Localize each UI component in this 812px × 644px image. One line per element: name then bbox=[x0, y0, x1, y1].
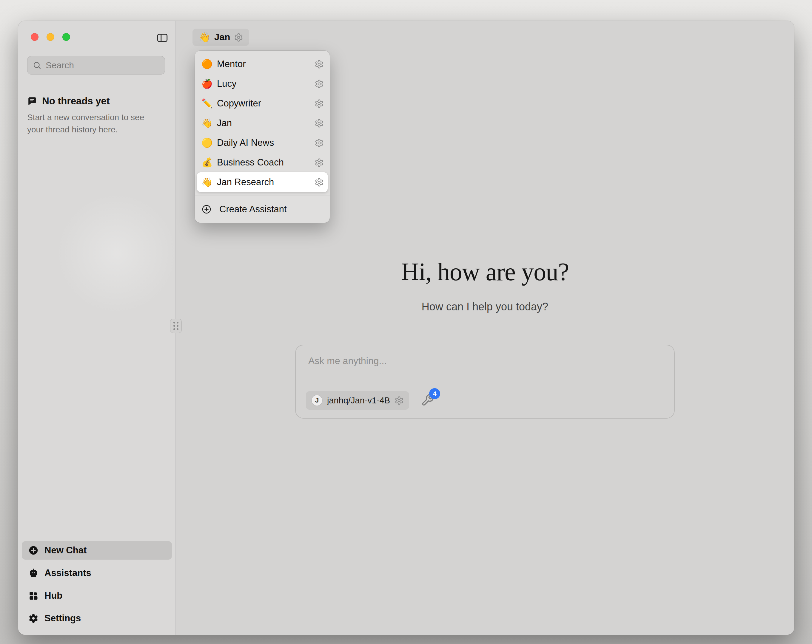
assistant-item-emoji: 🍎 bbox=[201, 79, 215, 88]
assistant-item-emoji: 👋 bbox=[201, 178, 215, 187]
plus-circle-icon bbox=[201, 204, 212, 215]
assistant-name: Jan bbox=[214, 32, 230, 43]
assistant-menu-item-lucy[interactable]: 🍎 Lucy bbox=[195, 74, 330, 94]
desktop-background: No threads yet Start a new conversation … bbox=[0, 0, 812, 644]
assistant-item-emoji: 💰 bbox=[201, 158, 215, 167]
search-icon bbox=[32, 61, 41, 70]
empty-state-subtitle: Start a new conversation to see your thr… bbox=[27, 111, 156, 135]
window-controls bbox=[31, 33, 70, 41]
plus-circle-icon bbox=[28, 545, 38, 556]
greeting-title: Hi, how are you? bbox=[176, 259, 794, 285]
greeting-subtitle: How can I help you today? bbox=[176, 300, 794, 313]
gear-icon[interactable] bbox=[314, 79, 324, 88]
gear-icon[interactable] bbox=[314, 178, 324, 187]
model-settings-gear-icon[interactable] bbox=[394, 396, 404, 405]
assistant-menu-item-business-coach[interactable]: 💰 Business Coach bbox=[195, 153, 330, 172]
assistant-item-label: Daily AI News bbox=[217, 137, 312, 148]
sidebar-toggle-button[interactable] bbox=[156, 32, 169, 44]
zoom-button[interactable] bbox=[63, 33, 70, 41]
sidebar-item-assistants[interactable]: Assistants bbox=[22, 564, 172, 582]
new-chat-button[interactable]: New Chat bbox=[22, 541, 172, 560]
search-box[interactable] bbox=[27, 56, 165, 75]
assistant-menu-item-daily-ai-news[interactable]: 🟡 Daily AI News bbox=[195, 133, 330, 153]
model-avatar: J bbox=[311, 395, 323, 406]
assistant-item-emoji: 🟠 bbox=[201, 59, 215, 69]
assistant-item-emoji: ✏️ bbox=[201, 99, 215, 108]
assistant-item-emoji: 👋 bbox=[201, 119, 215, 128]
assistant-item-label: Jan bbox=[217, 118, 312, 128]
main-chat-area: 👋 Jan 🟠 Mentor 🍎 Lucy ✏️ Copywriter bbox=[176, 21, 794, 635]
assistant-item-label: Lucy bbox=[217, 78, 312, 89]
assistant-menu-item-mentor[interactable]: 🟠 Mentor bbox=[195, 54, 330, 74]
assistant-emoji: 👋 bbox=[198, 32, 211, 42]
create-assistant-label: Create Assistant bbox=[219, 204, 324, 215]
assistant-item-emoji: 🟡 bbox=[201, 139, 215, 147]
threads-empty-state: No threads yet Start a new conversation … bbox=[27, 95, 162, 135]
sidebar-resize-handle[interactable] bbox=[170, 319, 182, 333]
thread-bubble-icon bbox=[27, 96, 37, 106]
gear-icon[interactable] bbox=[314, 119, 324, 128]
composer[interactable]: J janhq/Jan-v1-4B 4 bbox=[295, 345, 675, 419]
assistant-menu-item-jan[interactable]: 👋 Jan bbox=[195, 113, 330, 133]
gear-icon[interactable] bbox=[314, 59, 324, 69]
greeting: Hi, how are you? How can I help you toda… bbox=[176, 259, 794, 313]
settings-gear-icon bbox=[28, 613, 38, 623]
chat-input[interactable] bbox=[308, 355, 662, 376]
nav-label: Assistants bbox=[44, 568, 91, 579]
composer-toolbar: J janhq/Jan-v1-4B 4 bbox=[306, 391, 435, 410]
app-window: No threads yet Start a new conversation … bbox=[18, 21, 794, 635]
sidebar: No threads yet Start a new conversation … bbox=[18, 21, 176, 635]
assistant-menu-item-copywriter[interactable]: ✏️ Copywriter bbox=[195, 94, 330, 113]
nav-label: Hub bbox=[44, 590, 63, 601]
assistant-item-label: Copywriter bbox=[217, 98, 312, 109]
assistant-item-label: Business Coach bbox=[217, 157, 312, 168]
assistants-icon bbox=[28, 568, 38, 578]
close-button[interactable] bbox=[31, 33, 38, 41]
model-name: janhq/Jan-v1-4B bbox=[327, 396, 390, 405]
create-assistant-button[interactable]: Create Assistant bbox=[195, 199, 330, 219]
nav-label: New Chat bbox=[44, 545, 87, 556]
tools-count-badge: 4 bbox=[429, 388, 440, 399]
assistant-menu-item-jan-research[interactable]: 👋 Jan Research bbox=[197, 172, 328, 192]
assistant-dropdown-menu: 🟠 Mentor 🍎 Lucy ✏️ Copywriter 👋 Jan bbox=[195, 51, 330, 223]
search-input[interactable] bbox=[46, 60, 160, 70]
sidebar-toggle-icon bbox=[156, 32, 169, 44]
assistant-settings-gear-icon[interactable] bbox=[234, 33, 243, 42]
empty-state-title: No threads yet bbox=[42, 95, 110, 107]
gear-icon[interactable] bbox=[314, 99, 324, 108]
assistant-item-label: Jan Research bbox=[217, 177, 312, 187]
minimize-button[interactable] bbox=[47, 33, 54, 41]
sidebar-nav: New Chat Assistants Hub Settings bbox=[22, 541, 172, 627]
assistant-selector[interactable]: 👋 Jan bbox=[192, 29, 249, 46]
hub-icon bbox=[28, 591, 38, 601]
gear-icon[interactable] bbox=[314, 139, 324, 148]
nav-label: Settings bbox=[44, 613, 81, 624]
model-selector[interactable]: J janhq/Jan-v1-4B bbox=[306, 391, 409, 410]
sidebar-item-settings[interactable]: Settings bbox=[22, 609, 172, 627]
gear-icon[interactable] bbox=[314, 158, 324, 167]
assistant-item-label: Mentor bbox=[217, 59, 312, 70]
sidebar-item-hub[interactable]: Hub bbox=[22, 586, 172, 605]
tools-button[interactable]: 4 bbox=[421, 394, 435, 407]
